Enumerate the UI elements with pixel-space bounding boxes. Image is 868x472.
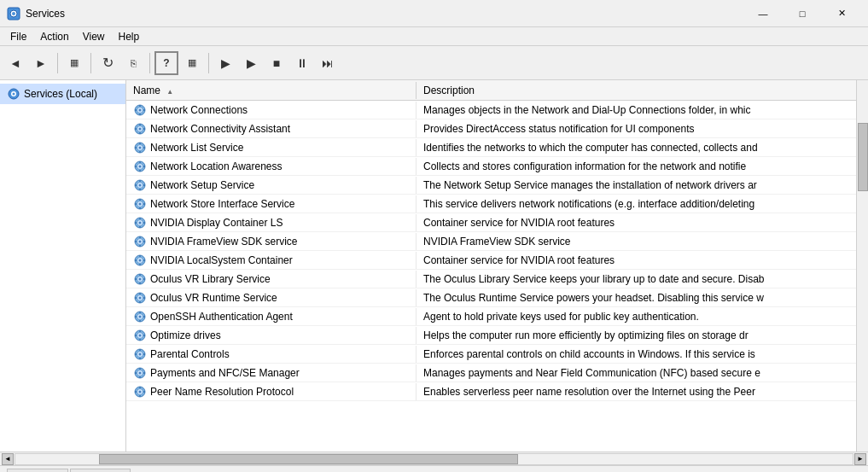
svg-point-43 <box>139 202 142 205</box>
svg-rect-37 <box>139 180 140 182</box>
table-cell-description: Enforces parental controls on child acco… <box>417 347 856 362</box>
table-cell-description: The Oculus Runtime Service powers your h… <box>417 290 856 306</box>
table-row[interactable]: NVIDIA FrameView SDK serviceNVIDIA Frame… <box>126 232 856 251</box>
svg-rect-45 <box>139 207 140 209</box>
sidebar-item-services-local[interactable]: Services (Local) <box>0 84 125 104</box>
svg-point-71 <box>139 277 142 280</box>
help-button[interactable]: ? <box>154 51 178 75</box>
svg-point-15 <box>139 127 142 130</box>
menu-view[interactable]: View <box>76 29 112 44</box>
svg-rect-10 <box>139 114 140 115</box>
table-cell-description: The Oculus Library Service keeps your li… <box>417 271 856 287</box>
svg-rect-81 <box>135 297 137 298</box>
svg-rect-87 <box>139 320 140 322</box>
table-row[interactable]: OpenSSH Authentication AgentAgent to hol… <box>126 307 856 326</box>
service-icon <box>133 160 147 173</box>
start-service-button[interactable]: ▶ <box>213 51 237 75</box>
table-cell-description: Manages objects in the Network and Dial-… <box>417 102 856 118</box>
menu-help[interactable]: Help <box>112 29 147 44</box>
table-row[interactable]: Parental ControlsEnforces parental contr… <box>126 345 856 364</box>
hscroll-right-button[interactable]: ► <box>854 453 866 465</box>
hscroll-track[interactable] <box>15 453 853 465</box>
svg-rect-101 <box>139 358 140 359</box>
svg-rect-59 <box>139 245 140 247</box>
table-row[interactable]: NVIDIA LocalSystem ContainerContainer se… <box>126 251 856 270</box>
table-header: Name ▲ Description <box>126 80 856 101</box>
service-name-text: Peer Name Resolution Protocol <box>150 386 294 398</box>
properties-button[interactable]: ▦ <box>180 51 204 75</box>
svg-rect-17 <box>139 132 140 134</box>
svg-rect-107 <box>139 368 140 370</box>
table-row[interactable]: NVIDIA Display Container LSContainer ser… <box>126 213 856 232</box>
table-row[interactable]: Network Location AwarenessCollects and s… <box>126 157 856 176</box>
service-name-text: Network Location Awareness <box>150 160 283 172</box>
svg-point-36 <box>139 184 142 186</box>
service-icon <box>133 385 147 399</box>
sidebar-item-label: Services (Local) <box>24 88 97 100</box>
svg-point-78 <box>139 296 142 299</box>
show-hide-button[interactable]: ▦ <box>62 51 86 75</box>
status-tab-extended[interactable]: Extended <box>7 469 68 472</box>
table-row[interactable]: Network Store Interface ServiceThis serv… <box>126 195 856 213</box>
refresh-button[interactable]: ↻ <box>96 51 119 75</box>
table-cell-description: The Network Setup Service manages the in… <box>417 178 856 193</box>
table-row[interactable]: Oculus VR Library ServiceThe Oculus Libr… <box>126 270 856 288</box>
resume-service-button[interactable]: ▶ <box>239 51 263 75</box>
table-cell-name: NVIDIA LocalSystem Container <box>126 252 417 269</box>
col-header-name[interactable]: Name ▲ <box>126 82 417 99</box>
service-name-text: OpenSSH Authentication Agent <box>150 311 293 323</box>
svg-rect-11 <box>135 109 137 110</box>
table-row[interactable]: Network Setup ServiceThe Network Setup S… <box>126 176 856 195</box>
svg-rect-96 <box>143 335 145 335</box>
table-body[interactable]: Network ConnectionsManages objects in th… <box>126 101 856 452</box>
menu-bar: File Action View Help <box>0 27 868 46</box>
restart-service-button[interactable]: ⏭ <box>316 51 340 75</box>
svg-point-8 <box>139 108 142 111</box>
svg-rect-115 <box>139 395 140 397</box>
svg-rect-47 <box>143 203 145 204</box>
forward-button[interactable]: ► <box>29 51 53 75</box>
table-row[interactable]: Optimize drivesHelps the computer run mo… <box>126 326 856 345</box>
pause-service-button[interactable]: ⏸ <box>290 51 314 75</box>
svg-rect-60 <box>135 241 137 242</box>
svg-point-22 <box>139 146 142 149</box>
table-cell-description: NVIDIA FrameView SDK service <box>417 234 856 249</box>
stop-service-button[interactable]: ■ <box>265 51 288 75</box>
svg-rect-117 <box>143 391 145 392</box>
table-cell-name: NVIDIA FrameView SDK service <box>126 233 417 250</box>
svg-rect-100 <box>139 349 140 351</box>
scroll-thumb[interactable] <box>858 123 868 191</box>
table-cell-name: Payments and NFC/SE Manager <box>126 364 417 382</box>
table-row[interactable]: Network ConnectionsManages objects in th… <box>126 101 856 119</box>
hscroll-thumb[interactable] <box>99 454 518 464</box>
menu-action[interactable]: Action <box>33 29 75 44</box>
svg-rect-24 <box>139 151 140 153</box>
table-row[interactable]: Oculus VR Runtime ServiceThe Oculus Runt… <box>126 288 856 307</box>
minimize-button[interactable]: — <box>743 0 783 27</box>
table-cell-name: Peer Name Resolution Protocol <box>126 383 417 400</box>
svg-rect-66 <box>139 264 140 265</box>
table-row[interactable]: Network List ServiceIdentifies the netwo… <box>126 138 856 157</box>
maximize-button[interactable]: □ <box>783 0 822 27</box>
status-tab-standard[interactable]: Standard <box>70 469 131 472</box>
svg-point-57 <box>139 240 142 242</box>
table-row[interactable]: Payments and NFC/SE ManagerManages payme… <box>126 364 856 382</box>
hscroll-left-button[interactable]: ◄ <box>2 453 14 465</box>
scrollbar[interactable] <box>856 80 868 452</box>
svg-rect-95 <box>135 335 137 335</box>
svg-rect-23 <box>139 143 140 144</box>
col-header-description[interactable]: Description <box>417 82 856 99</box>
horizontal-scrollbar[interactable]: ◄ ► <box>0 452 868 465</box>
menu-file[interactable]: File <box>3 29 33 44</box>
close-button[interactable]: ✕ <box>822 0 861 27</box>
back-button[interactable]: ◄ <box>3 51 27 75</box>
table-cell-description: Manages payments and Near Field Communic… <box>417 365 856 381</box>
table-row[interactable]: Network Connectivity AssistantProvides D… <box>126 119 856 138</box>
table-row[interactable]: Peer Name Resolution ProtocolEnables ser… <box>126 382 856 401</box>
svg-rect-40 <box>143 184 145 185</box>
export-button[interactable]: ⎘ <box>121 51 145 75</box>
table-cell-description: Helps the computer run more efficiently … <box>417 328 856 343</box>
svg-rect-16 <box>139 124 140 125</box>
table-cell-description: Container service for NVIDIA root featur… <box>417 253 856 268</box>
svg-point-50 <box>139 221 142 224</box>
